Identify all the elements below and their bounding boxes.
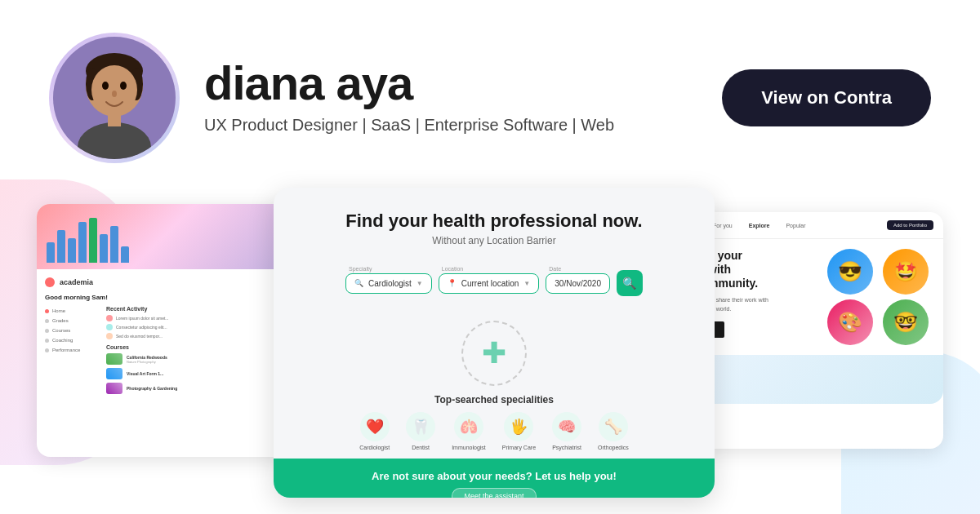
activity-title: Recent Activity (106, 306, 282, 312)
community-body: y yourwithmmunity. an share their work w… (698, 239, 943, 355)
health-specialties-title: Top-searched specialities (274, 394, 715, 405)
community-avatars: 😎 🤩 🎨 🤓 (827, 249, 933, 345)
location-field[interactable]: 📍 Current location ▼ (439, 273, 540, 294)
health-cross-circle: ✚ (461, 321, 527, 386)
sidebar-dot (45, 348, 49, 352)
svg-point-7 (112, 91, 117, 97)
tab-popular[interactable]: Popular (781, 221, 810, 230)
chart-bar (68, 238, 76, 263)
sidebar-dot (45, 329, 49, 333)
sidebar-item-courses[interactable]: Courses (45, 326, 90, 335)
specialty-item-cardiology[interactable]: ❤️ Cardiologist (359, 412, 390, 450)
health-bottom-text: Are not sure about your needs? Let us he… (285, 470, 703, 482)
courses-section: Courses California Redwoods Nature Photo… (106, 344, 282, 394)
activity-item: Consectetur adipiscing elit... (106, 324, 282, 330)
course-thumbnail (106, 353, 122, 365)
academia-sidebar: Home Grades Courses Coaching (45, 306, 90, 397)
health-subtitle: Without any Location Barrier (298, 235, 690, 246)
health-title: Find your health professional now. (298, 210, 690, 232)
chart-bar (110, 226, 118, 263)
meet-assistant-button[interactable]: Meet the assistant (452, 488, 536, 498)
community-avatar: 😎 (827, 249, 873, 295)
svg-rect-9 (108, 112, 121, 126)
activity-avatar (106, 333, 113, 339)
specialty-icon: ❤️ (360, 412, 390, 441)
avatar (49, 33, 180, 163)
sidebar-item-coaching[interactable]: Coaching (45, 335, 90, 345)
course-thumbnail (106, 383, 122, 394)
courses-title: Courses (106, 344, 282, 350)
academia-nav: Home Grades Courses Coaching (45, 306, 282, 397)
sidebar-dot (45, 309, 49, 313)
health-top: Find your health professional now. Witho… (274, 188, 715, 312)
course-thumbnail (106, 368, 122, 379)
location-field-wrapper: Location 📍 Current location ▼ (439, 266, 540, 294)
community-header: For you Explore Popular Add to Portfolio (698, 212, 943, 239)
community-text-section: y yourwithmmunity. an share their work w… (708, 249, 819, 345)
profile-subtitle: UX Product Designer | SaaS | Enterprise … (204, 113, 614, 136)
academia-header (37, 204, 290, 269)
sidebar-item-home[interactable]: Home (45, 306, 90, 316)
academia-logo-text: academia (60, 278, 93, 286)
academia-chart (47, 214, 129, 263)
portfolio-section: academia Good morning Sam! Home Grades (0, 188, 980, 481)
community-avatar: 🤩 (883, 249, 929, 295)
specialty-icon: 🖐️ (504, 412, 533, 441)
activity-item: Lorem ipsum dolor sit amet... (106, 315, 282, 321)
specialty-label: Specialty (345, 266, 432, 272)
health-cross-icon: ✚ (482, 336, 506, 370)
svg-point-8 (78, 122, 151, 159)
academia-greeting: Good morning Sam! (45, 294, 282, 301)
activity-item: Sed do eiusmod tempor... (106, 333, 282, 339)
academia-body: academia Good morning Sam! Home Grades (37, 269, 290, 405)
view-on-contra-button[interactable]: View on Contra (722, 69, 931, 126)
sidebar-item-grades[interactable]: Grades (45, 316, 90, 326)
academia-card: academia Good morning Sam! Home Grades (37, 204, 290, 457)
specialty-icon: 🦷 (406, 412, 435, 441)
profile-section: diana aya UX Product Designer | SaaS | E… (49, 33, 614, 163)
community-avatar: 🎨 (827, 299, 873, 345)
health-specialties-row: ❤️ Cardiologist 🦷 Dentist 🫁 Immunologist… (274, 412, 715, 450)
specialty-field[interactable]: 🔍 Cardiologist ▼ (345, 273, 432, 294)
location-label: Location (439, 266, 540, 272)
date-field[interactable]: 30/Nov/2020 (546, 273, 610, 294)
location-value: Current location (461, 279, 519, 288)
academia-logo-dot (45, 277, 55, 287)
chart-bar (121, 246, 129, 263)
specialty-item-orthopedics[interactable]: 🦴 Orthopedics (598, 412, 629, 450)
add-to-portfolio-button[interactable]: Add to Portfolio (887, 220, 933, 230)
tab-explore[interactable]: Explore (744, 221, 775, 230)
health-bottom-bar: Are not sure about your needs? Let us he… (274, 459, 715, 498)
specialty-item-immunology[interactable]: 🫁 Immunologist (452, 412, 486, 450)
academia-content: Recent Activity Lorem ipsum dolor sit am… (106, 306, 282, 397)
date-label: Date (546, 266, 610, 272)
specialty-item-psychiatry[interactable]: 🧠 Psychiatrist (552, 412, 581, 450)
chart-bar (89, 218, 97, 263)
profile-name: diana aya (204, 60, 614, 107)
course-item: California Redwoods Nature Photography (106, 353, 282, 365)
health-search-row: Specialty 🔍 Cardiologist ▼ Location 📍 Cu… (298, 263, 690, 296)
chart-bar (47, 242, 55, 263)
avatar-image (53, 37, 176, 159)
community-tabs: For you Explore Popular (708, 221, 811, 230)
health-icon-area: ✚ (274, 321, 715, 386)
health-card: Find your health professional now. Witho… (274, 188, 715, 498)
activity-avatar (106, 315, 113, 321)
sidebar-dot (45, 339, 49, 343)
community-card: For you Explore Popular Add to Portfolio… (698, 212, 943, 449)
sidebar-item-performance[interactable]: Performance (45, 345, 90, 355)
community-avatar: 🤓 (883, 299, 929, 345)
specialty-item-primary[interactable]: 🖐️ Primary Care (502, 412, 536, 450)
community-headline: y yourwithmmunity. (708, 249, 819, 290)
svg-point-5 (102, 82, 109, 90)
date-value: 30/Nov/2020 (555, 279, 601, 288)
specialty-icon: 🦴 (599, 412, 628, 441)
academia-logo: academia (45, 277, 282, 287)
sidebar-dot (45, 319, 49, 323)
community-description: an share their work withhe world. (708, 296, 819, 313)
specialty-icon: 🧠 (552, 412, 581, 441)
health-search-button[interactable]: 🔍 (617, 270, 643, 296)
activity-avatar (106, 324, 113, 330)
specialty-item-dentist[interactable]: 🦷 Dentist (406, 412, 435, 450)
chart-bar (100, 234, 108, 263)
